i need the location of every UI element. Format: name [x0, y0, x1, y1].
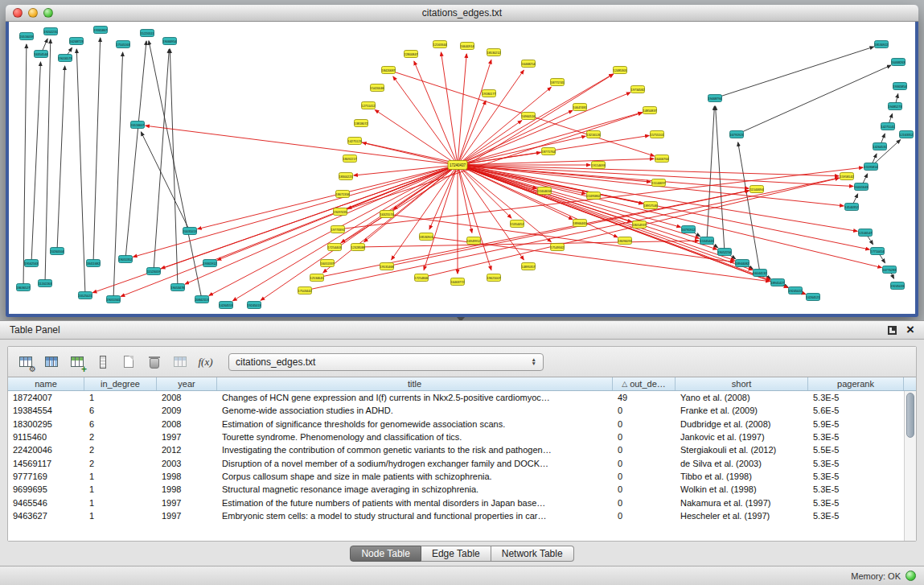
graph-node[interactable]: 16468254 — [522, 60, 536, 68]
column-header-title[interactable]: title — [217, 377, 613, 390]
graph-node[interactable]: 15354452 — [511, 220, 524, 228]
graph-node[interactable]: 16051337 — [321, 260, 335, 267]
graph-node[interactable]: 15958142 — [840, 173, 854, 180]
graph-node[interactable]: 15755101 — [651, 131, 664, 138]
delete-icon[interactable] — [143, 352, 165, 373]
table-row[interactable]: 946362711997Embryonic stem cells: a mode… — [8, 509, 916, 522]
tab-edge-table[interactable]: Edge Table — [421, 546, 491, 562]
zoom-window-button[interactable] — [43, 8, 53, 18]
column-header-year[interactable]: year — [157, 377, 217, 390]
graph-node[interactable]: 20031013 — [183, 228, 197, 235]
graph-node[interactable]: 14264531 — [873, 143, 887, 150]
graph-node[interactable]: 13818072 — [355, 120, 368, 127]
import-table-icon[interactable] — [169, 352, 191, 373]
graph-node[interactable]: 16960516 — [522, 113, 536, 120]
graph-node[interactable]: 17549342 — [551, 244, 565, 251]
graph-node[interactable]: 12163352 — [900, 131, 914, 138]
column-header-pagerank[interactable]: pagerank — [808, 377, 904, 390]
graph-node[interactable]: 19051352 — [119, 256, 133, 263]
graph-node[interactable]: 15220511 — [141, 30, 154, 37]
column-header-out-de[interactable]: △out_de… — [613, 377, 676, 390]
graph-node[interactable]: 18411682 — [87, 260, 101, 267]
graph-node[interactable]: 19154693 — [592, 162, 606, 169]
graph-node[interactable]: 16640914 — [461, 43, 474, 50]
network-canvas[interactable]: 1853021216468254187717451064748113216126… — [9, 22, 915, 314]
graph-node[interactable]: 17505163 — [117, 41, 130, 48]
graph-node[interactable]: 15420046 — [371, 84, 384, 92]
graph-node[interactable]: 16463772 — [451, 278, 465, 286]
graph-node[interactable]: 16791912 — [682, 226, 696, 233]
show-columns-icon[interactable] — [40, 352, 62, 373]
table-row[interactable]: 946554611997Estimation of the future num… — [8, 496, 916, 509]
table-selector-dropdown[interactable]: citations_edges.txt ▲▼ — [228, 353, 544, 371]
table-row[interactable]: 1938455462009Genome-wide association stu… — [8, 404, 916, 417]
graph-node[interactable]: 16325574 — [380, 211, 394, 218]
graph-node[interactable]: 16268723 — [70, 38, 84, 45]
graph-node[interactable]: 14850837 — [643, 107, 657, 114]
function-builder-icon[interactable]: f(x) — [195, 352, 216, 373]
float-panel-icon[interactable] — [888, 326, 897, 335]
table-row[interactable]: 2242004622012Investigating the contribut… — [8, 443, 916, 456]
graph-node[interactable]: 16354544 — [35, 51, 48, 58]
graph-node[interactable]: 20260504 — [51, 248, 64, 255]
graph-node[interactable]: 18941427 — [771, 279, 785, 286]
graph-node[interactable]: 18771745 — [551, 79, 565, 86]
graph-node[interactable]: 16468263 — [892, 59, 906, 66]
graph-node[interactable]: 19016573 — [59, 55, 72, 62]
graph-node[interactable]: 14275123 — [348, 138, 362, 145]
graph-node[interactable]: 19053478 — [171, 284, 185, 291]
graph-node[interactable]: 18054937 — [633, 221, 647, 229]
graph-node[interactable]: 18957546 — [644, 202, 658, 209]
graph-node[interactable]: 18671334 — [336, 191, 350, 198]
graph-node[interactable]: 18092217 — [343, 155, 357, 163]
graph-node[interactable]: 18771764 — [542, 148, 556, 155]
graph-node[interactable]: 19365854 — [893, 83, 907, 90]
graph-node[interactable]: 10647481 — [573, 104, 587, 111]
graph-node[interactable]: 19485273 — [889, 103, 902, 110]
graph-node[interactable]: 18096093 — [618, 237, 632, 245]
close-panel-icon[interactable]: × — [906, 325, 914, 335]
graph-node[interactable]: 15345443 — [700, 237, 714, 245]
graph-node[interactable]: 22404634 — [538, 187, 552, 195]
graph-node[interactable]: 22495862 — [587, 192, 601, 200]
graph-node[interactable]: 19468794 — [708, 95, 722, 102]
tab-network-table[interactable]: Network Table — [491, 546, 574, 562]
graph-node[interactable]: 17710414 — [871, 248, 885, 255]
graph-node[interactable]: 19052234 — [718, 249, 732, 256]
new-file-icon[interactable] — [117, 352, 139, 373]
scrollbar-thumb[interactable] — [906, 393, 914, 438]
graph-node[interactable]: 20525021 — [79, 292, 92, 299]
graph-node[interactable]: 20516059 — [20, 33, 34, 40]
graph-node[interactable]: 12106547 — [859, 229, 873, 237]
graph-node[interactable]: 12751412 — [362, 102, 376, 109]
graph-node[interactable]: 19365867 — [94, 27, 108, 34]
graph-node[interactable]: 13216126 — [587, 131, 601, 138]
graph-node[interactable]: 18530922 — [875, 41, 889, 48]
table-row[interactable]: 911546021997Tourette syndrome. Phenomeno… — [8, 431, 916, 443]
graph-node[interactable]: 17254403 — [328, 244, 342, 251]
table-row[interactable]: 1872400712008Changes of HCN gene express… — [8, 391, 916, 404]
graph-node[interactable]: 16949952 — [467, 237, 481, 245]
graph-node[interactable]: 19562563 — [25, 260, 39, 267]
graph-node[interactable]: 18636527 — [17, 284, 31, 291]
graph-node[interactable]: 17240437 — [448, 161, 467, 170]
graph-node[interactable]: 19180177 — [483, 90, 496, 97]
graph-node[interactable]: 12534645 — [310, 274, 324, 282]
graph-node[interactable]: 18300225 — [339, 173, 353, 180]
graph-node[interactable]: 12485305 — [614, 67, 627, 74]
close-window-button[interactable] — [13, 8, 23, 18]
row-height-icon[interactable] — [92, 352, 113, 373]
column-header-name[interactable]: name — [8, 377, 84, 390]
graph-node[interactable]: 18530212 — [487, 49, 501, 56]
graph-node[interactable]: 12163344 — [433, 41, 447, 48]
graph-node[interactable]: 19202231 — [44, 28, 58, 35]
graph-node[interactable]: 19621007 — [487, 274, 501, 282]
table-row[interactable]: 977716911998Corpus callosum shape and si… — [8, 470, 916, 483]
graph-node[interactable]: 17503442 — [298, 287, 312, 295]
graph-node[interactable]: 20842113 — [195, 296, 209, 303]
graph-node[interactable]: 18420687 — [382, 67, 396, 74]
graph-node[interactable]: 19361912 — [203, 260, 217, 267]
graph-node[interactable]: 11544694 — [750, 186, 764, 193]
graph-node[interactable]: 16791923 — [730, 131, 744, 138]
minimize-window-button[interactable] — [28, 8, 38, 18]
